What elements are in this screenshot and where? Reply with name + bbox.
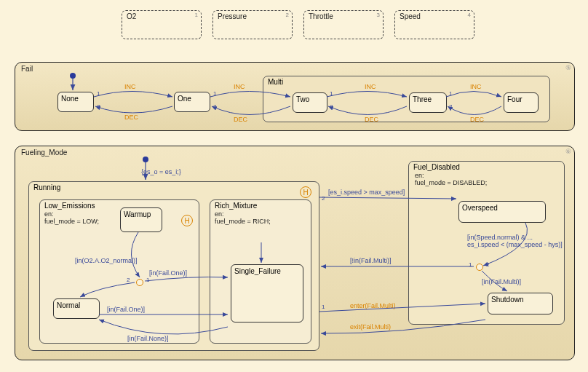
- ref-idx: 1: [195, 12, 198, 18]
- ref-idx: 3: [377, 12, 380, 18]
- multi-container: Multi Two Three Four: [263, 76, 550, 122]
- port: 2: [97, 103, 100, 110]
- port: 2: [127, 277, 130, 283]
- evt-inc: INC: [470, 83, 482, 90]
- state-label: None: [61, 95, 79, 103]
- evt-exit-multi: exit(Fail.Multi): [350, 323, 391, 331]
- guard-speed-normal: [in(Speed.normal) & ... es_i.speed < (ma…: [467, 234, 563, 249]
- low-title: Low_Emissions: [44, 202, 95, 210]
- entry-action: fuel_mode = RICH;: [215, 218, 271, 225]
- guard-fail-none: [in(Fail.None)]: [127, 335, 169, 342]
- guard-fail-one: [in(Fail.One)]: [149, 269, 187, 277]
- guard-not-multi: [!in(Fail.Multi)]: [350, 257, 392, 264]
- evt-inc: INC: [234, 83, 245, 90]
- multi-title: Multi: [268, 78, 283, 86]
- init-action: {es_o = es_i;}: [141, 168, 181, 175]
- port: 2: [449, 103, 452, 110]
- evt-enter-multi: enter(Fail.Multi): [350, 302, 396, 309]
- guard-o2: [in(O2.A.O2_normal)]: [75, 257, 138, 264]
- running-title: Running: [33, 183, 60, 191]
- ref-box-o2: O2 1: [122, 10, 202, 39]
- port: 2: [486, 261, 489, 268]
- ref-box-throttle: Throttle 3: [303, 10, 384, 39]
- ref-box-speed: Speed 4: [394, 10, 474, 39]
- state-warmup: Warmup: [120, 207, 162, 232]
- state-label: Shutdown: [491, 296, 523, 304]
- initial-dot: [143, 157, 148, 162]
- ref-idx: 2: [286, 12, 289, 18]
- port: 1: [449, 90, 452, 97]
- entry-en: en:: [415, 172, 424, 179]
- state-overspeed: Overspeed: [458, 201, 546, 223]
- entry-action: fuel_mode = DISABLED;: [415, 179, 487, 186]
- state-normal: Normal: [53, 298, 100, 319]
- fail-title: Fail: [21, 65, 33, 73]
- disabled-title: Fuel_Disabled: [413, 163, 460, 171]
- ref-label: Speed: [400, 12, 421, 20]
- evt-dec: DEC: [234, 116, 247, 123]
- guard-overspeed: [es_i.speed > max_speed]: [328, 189, 405, 196]
- port: 1: [322, 304, 325, 310]
- state-label: Four: [507, 95, 523, 103]
- state-single-failure: Single_Failure: [231, 264, 303, 322]
- state-label: Overspeed: [462, 204, 498, 212]
- ref-label: Pressure: [218, 12, 247, 20]
- disabled-container: Fuel_Disabled en: fuel_mode = DISABLED; …: [408, 161, 565, 325]
- state-label: Normal: [57, 301, 80, 309]
- state-label: Warmup: [124, 210, 151, 218]
- low-emissions-container: Low_Emissions en: fuel_mode = LOW; H War…: [39, 199, 199, 344]
- state-shutdown: Shutdown: [488, 293, 553, 314]
- link-icon: ⑤: [565, 64, 571, 71]
- junction-icon: [136, 279, 143, 286]
- history-icon: H: [181, 215, 193, 226]
- ref-label: O2: [127, 12, 136, 20]
- rich-title: Rich_Mixture: [215, 202, 257, 210]
- junction-icon: [476, 264, 483, 271]
- state-four: Four: [504, 92, 539, 113]
- evt-dec: DEC: [470, 116, 484, 123]
- rich-mixture-container: Rich_Mixture en: fuel_mode = RICH; Singl…: [210, 199, 311, 344]
- port: 2: [322, 195, 325, 202]
- entry-en: en:: [44, 210, 54, 218]
- history-icon: H: [300, 186, 311, 198]
- state-none: None: [57, 92, 94, 112]
- fail-container: Fail ⑤ None One Multi Two Three Four INC…: [15, 62, 575, 131]
- state-one: One: [174, 92, 210, 112]
- initial-dot: [70, 73, 76, 79]
- guard-multi-in: [in(Fail.Multi)]: [482, 278, 521, 285]
- state-label: Two: [296, 95, 309, 103]
- guard-fail-one2: [in(Fail.One)]: [107, 306, 145, 313]
- port: 1: [469, 261, 472, 268]
- port: 2: [330, 103, 333, 110]
- port: 1: [97, 90, 100, 97]
- entry-action: fuel_mode = LOW;: [44, 218, 99, 225]
- evt-inc: INC: [124, 83, 136, 90]
- port: 1: [330, 90, 333, 97]
- port: 1: [146, 277, 149, 283]
- running-container: Running H Low_Emissions en: fuel_mode = …: [28, 181, 319, 351]
- state-label: One: [178, 95, 191, 103]
- port: 2: [213, 103, 216, 110]
- ref-box-pressure: Pressure 2: [212, 10, 293, 39]
- fueling-container: Fueling_Mode ⑥ {es_o = es_i;} Running H …: [15, 146, 575, 360]
- fueling-title: Fueling_Mode: [21, 149, 67, 157]
- state-two: Two: [293, 92, 327, 113]
- ref-idx: 4: [468, 12, 471, 18]
- ref-label: Throttle: [309, 12, 333, 20]
- state-label: Three: [413, 95, 432, 103]
- state-label: Single_Failure: [234, 267, 281, 275]
- state-three: Three: [409, 92, 447, 113]
- evt-dec: DEC: [124, 114, 138, 121]
- evt-dec: DEC: [365, 116, 378, 123]
- link-icon: ⑥: [565, 148, 571, 155]
- port: 1: [213, 90, 216, 97]
- entry-en: en:: [215, 210, 224, 218]
- evt-inc: INC: [365, 83, 376, 90]
